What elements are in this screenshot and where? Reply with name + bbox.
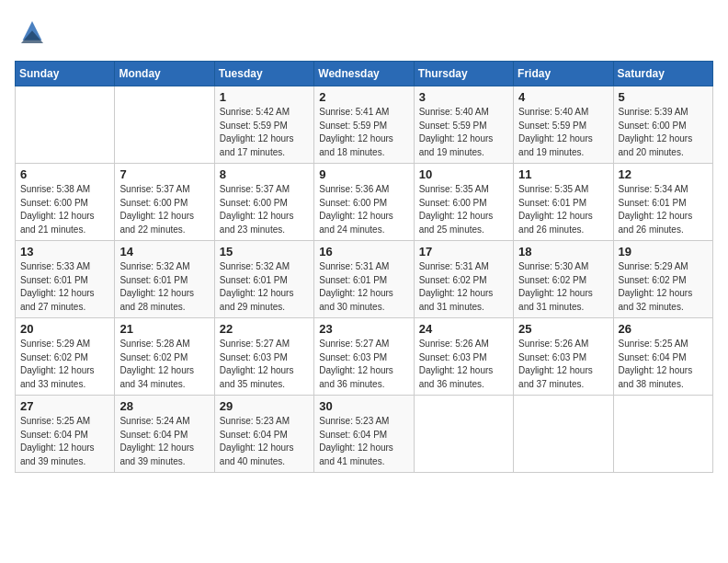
day-info: Sunrise: 5:31 AM Sunset: 6:02 PM Dayligh… bbox=[419, 260, 508, 314]
calendar-cell: 18Sunrise: 5:30 AM Sunset: 6:02 PM Dayli… bbox=[514, 241, 613, 318]
day-number: 27 bbox=[20, 399, 109, 413]
calendar-cell bbox=[514, 396, 613, 473]
day-number: 3 bbox=[419, 90, 508, 104]
calendar-cell: 27Sunrise: 5:25 AM Sunset: 6:04 PM Dayli… bbox=[16, 396, 115, 473]
day-info: Sunrise: 5:40 AM Sunset: 5:59 PM Dayligh… bbox=[419, 106, 508, 159]
day-info: Sunrise: 5:36 AM Sunset: 6:00 PM Dayligh… bbox=[319, 183, 408, 236]
day-info: Sunrise: 5:23 AM Sunset: 6:04 PM Dayligh… bbox=[220, 415, 309, 468]
day-number: 29 bbox=[220, 399, 309, 413]
column-header-tuesday: Tuesday bbox=[214, 62, 313, 86]
day-number: 23 bbox=[319, 322, 408, 336]
column-header-friday: Friday bbox=[514, 62, 613, 86]
day-info: Sunrise: 5:41 AM Sunset: 5:59 PM Dayligh… bbox=[319, 106, 408, 159]
day-info: Sunrise: 5:29 AM Sunset: 6:02 PM Dayligh… bbox=[619, 260, 708, 314]
day-info: Sunrise: 5:32 AM Sunset: 6:01 PM Dayligh… bbox=[119, 260, 209, 314]
calendar-cell: 3Sunrise: 5:40 AM Sunset: 5:59 PM Daylig… bbox=[414, 86, 513, 164]
calendar-cell: 13Sunrise: 5:33 AM Sunset: 6:01 PM Dayli… bbox=[16, 241, 115, 318]
day-info: Sunrise: 5:33 AM Sunset: 6:01 PM Dayligh… bbox=[20, 260, 109, 314]
calendar-cell: 29Sunrise: 5:23 AM Sunset: 6:04 PM Dayli… bbox=[214, 396, 313, 473]
day-number: 20 bbox=[20, 322, 109, 336]
day-info: Sunrise: 5:27 AM Sunset: 6:03 PM Dayligh… bbox=[319, 338, 408, 391]
day-number: 24 bbox=[419, 322, 508, 336]
calendar-cell: 9Sunrise: 5:36 AM Sunset: 6:00 PM Daylig… bbox=[314, 164, 414, 241]
calendar-week-row: 20Sunrise: 5:29 AM Sunset: 6:02 PM Dayli… bbox=[16, 318, 713, 396]
day-info: Sunrise: 5:25 AM Sunset: 6:04 PM Dayligh… bbox=[20, 415, 109, 468]
calendar-cell: 28Sunrise: 5:24 AM Sunset: 6:04 PM Dayli… bbox=[115, 396, 214, 473]
day-info: Sunrise: 5:28 AM Sunset: 6:02 PM Dayligh… bbox=[119, 338, 209, 391]
calendar-cell bbox=[414, 396, 513, 473]
day-number: 25 bbox=[518, 322, 608, 336]
calendar-cell: 17Sunrise: 5:31 AM Sunset: 6:02 PM Dayli… bbox=[414, 241, 513, 318]
calendar-cell: 4Sunrise: 5:40 AM Sunset: 5:59 PM Daylig… bbox=[514, 86, 613, 164]
day-number: 15 bbox=[220, 245, 309, 259]
day-info: Sunrise: 5:37 AM Sunset: 6:00 PM Dayligh… bbox=[220, 183, 309, 236]
day-info: Sunrise: 5:32 AM Sunset: 6:01 PM Dayligh… bbox=[220, 260, 309, 314]
calendar-week-row: 13Sunrise: 5:33 AM Sunset: 6:01 PM Dayli… bbox=[16, 241, 713, 318]
day-number: 30 bbox=[319, 399, 408, 413]
calendar-cell: 6Sunrise: 5:38 AM Sunset: 6:00 PM Daylig… bbox=[16, 164, 115, 241]
calendar-cell: 24Sunrise: 5:26 AM Sunset: 6:03 PM Dayli… bbox=[414, 318, 513, 396]
day-info: Sunrise: 5:31 AM Sunset: 6:01 PM Dayligh… bbox=[319, 260, 408, 314]
day-number: 18 bbox=[518, 245, 608, 259]
page-header bbox=[15, 15, 713, 50]
calendar-cell bbox=[16, 86, 115, 164]
calendar-cell: 7Sunrise: 5:37 AM Sunset: 6:00 PM Daylig… bbox=[115, 164, 214, 241]
calendar-cell: 1Sunrise: 5:42 AM Sunset: 5:59 PM Daylig… bbox=[214, 86, 313, 164]
day-number: 19 bbox=[619, 245, 708, 259]
calendar-cell: 10Sunrise: 5:35 AM Sunset: 6:00 PM Dayli… bbox=[414, 164, 513, 241]
day-number: 14 bbox=[119, 245, 209, 259]
day-info: Sunrise: 5:30 AM Sunset: 6:02 PM Dayligh… bbox=[518, 260, 608, 314]
column-header-sunday: Sunday bbox=[16, 62, 115, 86]
day-number: 22 bbox=[220, 322, 309, 336]
day-number: 16 bbox=[319, 245, 408, 259]
day-info: Sunrise: 5:23 AM Sunset: 6:04 PM Dayligh… bbox=[319, 415, 408, 468]
calendar-week-row: 1Sunrise: 5:42 AM Sunset: 5:59 PM Daylig… bbox=[16, 86, 713, 164]
day-info: Sunrise: 5:37 AM Sunset: 6:00 PM Dayligh… bbox=[119, 183, 209, 236]
day-number: 17 bbox=[419, 245, 508, 259]
column-header-thursday: Thursday bbox=[414, 62, 513, 86]
day-number: 21 bbox=[119, 322, 209, 336]
day-number: 5 bbox=[619, 90, 708, 104]
day-number: 8 bbox=[220, 167, 309, 181]
day-info: Sunrise: 5:39 AM Sunset: 6:00 PM Dayligh… bbox=[619, 106, 708, 159]
calendar-table: SundayMondayTuesdayWednesdayThursdayFrid… bbox=[15, 61, 713, 473]
calendar-cell: 20Sunrise: 5:29 AM Sunset: 6:02 PM Dayli… bbox=[16, 318, 115, 396]
calendar-cell: 15Sunrise: 5:32 AM Sunset: 6:01 PM Dayli… bbox=[214, 241, 313, 318]
day-number: 6 bbox=[20, 167, 109, 181]
day-info: Sunrise: 5:26 AM Sunset: 6:03 PM Dayligh… bbox=[419, 338, 508, 391]
logo bbox=[15, 15, 55, 50]
day-number: 26 bbox=[619, 322, 708, 336]
calendar-cell bbox=[613, 396, 712, 473]
calendar-cell: 23Sunrise: 5:27 AM Sunset: 6:03 PM Dayli… bbox=[314, 318, 414, 396]
day-number: 1 bbox=[220, 90, 309, 104]
day-number: 28 bbox=[119, 399, 209, 413]
day-number: 11 bbox=[518, 167, 608, 181]
calendar-cell: 30Sunrise: 5:23 AM Sunset: 6:04 PM Dayli… bbox=[314, 396, 414, 473]
day-info: Sunrise: 5:35 AM Sunset: 6:01 PM Dayligh… bbox=[518, 183, 608, 236]
day-number: 12 bbox=[619, 167, 708, 181]
column-header-wednesday: Wednesday bbox=[314, 62, 414, 86]
day-info: Sunrise: 5:34 AM Sunset: 6:01 PM Dayligh… bbox=[619, 183, 708, 236]
day-info: Sunrise: 5:42 AM Sunset: 5:59 PM Dayligh… bbox=[220, 106, 309, 159]
calendar-header-row: SundayMondayTuesdayWednesdayThursdayFrid… bbox=[16, 62, 713, 86]
day-info: Sunrise: 5:26 AM Sunset: 6:03 PM Dayligh… bbox=[518, 338, 608, 391]
day-info: Sunrise: 5:38 AM Sunset: 6:00 PM Dayligh… bbox=[20, 183, 109, 236]
day-number: 9 bbox=[319, 167, 408, 181]
day-info: Sunrise: 5:25 AM Sunset: 6:04 PM Dayligh… bbox=[619, 338, 708, 391]
calendar-cell: 12Sunrise: 5:34 AM Sunset: 6:01 PM Dayli… bbox=[613, 164, 712, 241]
calendar-cell: 21Sunrise: 5:28 AM Sunset: 6:02 PM Dayli… bbox=[115, 318, 214, 396]
day-info: Sunrise: 5:29 AM Sunset: 6:02 PM Dayligh… bbox=[20, 338, 109, 391]
day-number: 7 bbox=[119, 167, 209, 181]
calendar-cell: 19Sunrise: 5:29 AM Sunset: 6:02 PM Dayli… bbox=[613, 241, 712, 318]
day-number: 4 bbox=[518, 90, 608, 104]
calendar-cell: 14Sunrise: 5:32 AM Sunset: 6:01 PM Dayli… bbox=[115, 241, 214, 318]
calendar-week-row: 27Sunrise: 5:25 AM Sunset: 6:04 PM Dayli… bbox=[16, 396, 713, 473]
logo-icon bbox=[15, 15, 50, 50]
calendar-week-row: 6Sunrise: 5:38 AM Sunset: 6:00 PM Daylig… bbox=[16, 164, 713, 241]
day-info: Sunrise: 5:40 AM Sunset: 5:59 PM Dayligh… bbox=[518, 106, 608, 159]
column-header-saturday: Saturday bbox=[613, 62, 712, 86]
calendar-cell: 22Sunrise: 5:27 AM Sunset: 6:03 PM Dayli… bbox=[214, 318, 313, 396]
column-header-monday: Monday bbox=[115, 62, 214, 86]
calendar-cell bbox=[115, 86, 214, 164]
day-number: 13 bbox=[20, 245, 109, 259]
